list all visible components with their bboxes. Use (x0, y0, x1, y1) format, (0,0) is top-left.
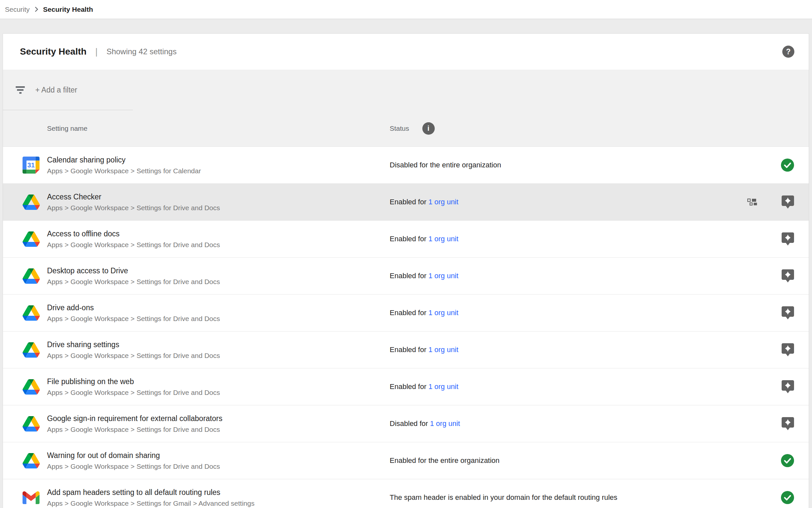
table-row[interactable]: File publishing on the web Apps > Google… (3, 368, 809, 405)
setting-name-cell: Drive sharing settings Apps > Google Wor… (47, 340, 374, 359)
add-filter-button[interactable]: + Add a filter (35, 86, 78, 94)
calendar-icon: 31 (22, 156, 40, 174)
status-text: Disabled for (390, 419, 430, 428)
help-glyph: ? (786, 47, 791, 56)
status-text: Enabled for (390, 198, 429, 206)
drive-icon (22, 341, 40, 359)
setting-name-cell: Calendar sharing policy Apps > Google Wo… (47, 156, 374, 175)
title-separator: | (95, 47, 98, 57)
table-row[interactable]: Google sign-in requirement for external … (3, 405, 809, 442)
status-text: Enabled for (390, 382, 429, 391)
setting-name-cell: Add spam headers setting to all default … (47, 488, 374, 507)
setting-path: Apps > Google Workspace > Settings for G… (47, 500, 374, 507)
status-text: The spam header is enabled in your domai… (390, 493, 617, 502)
recommendation-badge-icon[interactable] (781, 343, 794, 357)
org-unit-link[interactable]: 1 org unit (429, 345, 459, 354)
table-row[interactable]: Desktop access to Drive Apps > Google Wo… (3, 257, 809, 294)
table-row[interactable]: Access Checker Apps > Google Workspace >… (3, 183, 809, 220)
org-unit-link[interactable]: 1 org unit (429, 235, 459, 243)
svg-text:31: 31 (28, 162, 35, 169)
org-unit-link[interactable]: 1 org unit (429, 198, 459, 206)
status-cell: Enabled for 1 org unit (390, 345, 458, 354)
drive-icon (22, 193, 40, 211)
setting-name-cell: Warning for out of domain sharing Apps >… (47, 451, 374, 470)
recommendation-badge-icon[interactable] (781, 306, 794, 320)
recommendation-badge-icon[interactable] (781, 269, 794, 283)
status-cell: Disabled for the entire organization (390, 161, 501, 169)
drive-icon (22, 378, 40, 396)
setting-name: Add spam headers setting to all default … (47, 488, 374, 497)
security-health-card: Security Health | Showing 42 settings ? … (3, 33, 809, 508)
column-setting-name: Setting name (47, 125, 88, 132)
status-text: Enabled for (390, 308, 429, 317)
setting-path: Apps > Google Workspace > Settings for D… (47, 278, 374, 286)
status-ok-icon (781, 454, 794, 467)
status-cell: Enabled for 1 org unit (390, 382, 458, 391)
setting-name-cell: Desktop access to Drive Apps > Google Wo… (47, 266, 374, 286)
org-unit-link[interactable]: 1 org unit (429, 308, 459, 317)
status-cell: The spam header is enabled in your domai… (390, 493, 617, 502)
setting-name-cell: File publishing on the web Apps > Google… (47, 377, 374, 396)
table-row[interactable]: Access to offline docs Apps > Google Wor… (3, 220, 809, 257)
org-structure-icon (747, 199, 759, 206)
setting-path: Apps > Google Workspace > Settings for D… (47, 352, 374, 359)
chevron-right-icon (34, 6, 39, 12)
recommendation-badge-icon[interactable] (781, 380, 794, 393)
recommendation-badge-icon[interactable] (781, 232, 794, 246)
drive-icon (22, 415, 40, 433)
status-info-icon[interactable]: i (422, 122, 435, 135)
filter-icon[interactable] (16, 86, 26, 94)
drive-icon (22, 267, 40, 285)
setting-name-cell: Access to offline docs Apps > Google Wor… (47, 229, 374, 249)
gmail-icon (22, 489, 40, 507)
table-row[interactable]: Add spam headers setting to all default … (3, 479, 809, 508)
status-text: Enabled for (390, 272, 429, 280)
column-status: Status i (390, 122, 435, 135)
breadcrumb: Security Security Health (0, 0, 812, 18)
status-text: Disabled for the entire organization (390, 161, 501, 169)
column-status-label: Status (390, 125, 409, 132)
org-unit-link[interactable]: 1 org unit (429, 382, 459, 391)
setting-name: Warning for out of domain sharing (47, 451, 374, 460)
status-ok-icon (781, 158, 794, 172)
recommendation-badge-icon[interactable] (781, 417, 794, 430)
org-unit-link[interactable]: 1 org unit (430, 419, 460, 428)
setting-path: Apps > Google Workspace > Settings for D… (47, 389, 374, 396)
status-cell: Enabled for 1 org unit (390, 198, 458, 206)
setting-name: Access Checker (47, 193, 374, 201)
table-row[interactable]: Drive add-ons Apps > Google Workspace > … (3, 294, 809, 331)
setting-name: File publishing on the web (47, 377, 374, 386)
breadcrumb-parent-link[interactable]: Security (5, 6, 30, 13)
drive-icon (22, 230, 40, 248)
status-ok-icon (781, 491, 794, 504)
info-glyph: i (427, 124, 429, 133)
status-text: Enabled for the entire organization (390, 456, 499, 465)
filter-bar: + Add a filter (3, 70, 809, 110)
status-cell: Enabled for 1 org unit (390, 272, 458, 280)
setting-name: Calendar sharing policy (47, 156, 374, 164)
drive-icon (22, 452, 40, 470)
table-row[interactable]: Warning for out of domain sharing Apps >… (3, 442, 809, 479)
recommendation-badge-icon[interactable] (781, 195, 794, 209)
org-unit-link[interactable]: 1 org unit (429, 272, 459, 280)
card-header: Security Health | Showing 42 settings ? (3, 34, 809, 70)
setting-name-cell: Google sign-in requirement for external … (47, 414, 374, 433)
status-text: Enabled for (390, 235, 429, 243)
drive-icon (22, 304, 40, 322)
setting-path: Apps > Google Workspace > Settings for D… (47, 241, 374, 249)
table-row[interactable]: 31 Calendar sharing policy Apps > Google… (3, 146, 809, 183)
help-icon[interactable]: ? (782, 46, 794, 58)
setting-name-cell: Drive add-ons Apps > Google Workspace > … (47, 303, 374, 323)
setting-path: Apps > Google Workspace > Settings for D… (47, 426, 374, 433)
setting-path: Apps > Google Workspace > Settings for D… (47, 204, 374, 212)
setting-name: Drive add-ons (47, 303, 374, 312)
breadcrumb-current: Security Health (43, 6, 93, 13)
settings-list: 31 Calendar sharing policy Apps > Google… (3, 146, 809, 508)
setting-name-cell: Access Checker Apps > Google Workspace >… (47, 193, 374, 212)
setting-name: Google sign-in requirement for external … (47, 414, 374, 423)
table-row[interactable]: Drive sharing settings Apps > Google Wor… (3, 331, 809, 368)
status-cell: Enabled for 1 org unit (390, 235, 458, 243)
setting-name: Drive sharing settings (47, 340, 374, 349)
page-title: Security Health (20, 46, 87, 57)
table-header: Setting name Status i (3, 110, 809, 146)
